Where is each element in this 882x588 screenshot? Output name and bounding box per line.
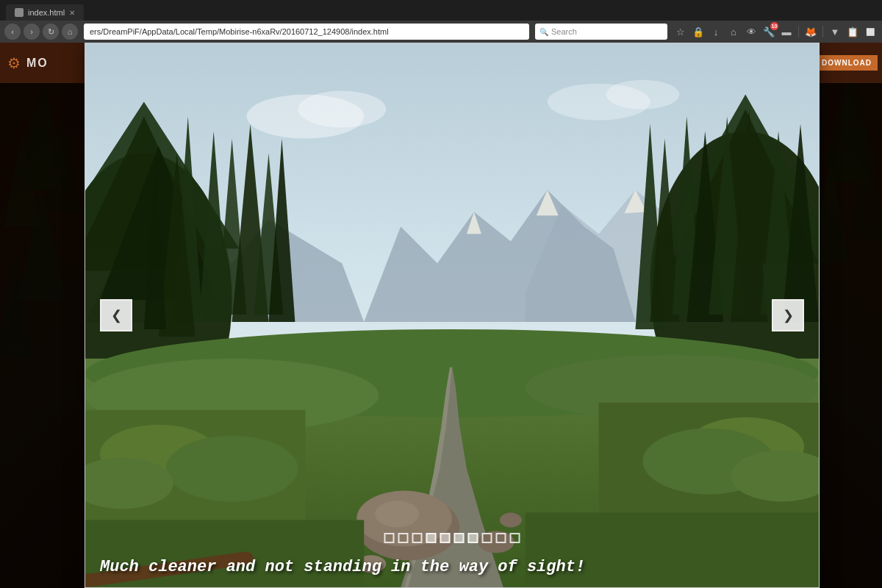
indicator-1[interactable] bbox=[398, 533, 409, 543]
left-side-panel: ⚙ MO bbox=[0, 43, 85, 588]
tab-title: index.html bbox=[28, 8, 65, 17]
back-button[interactable]: ‹ bbox=[4, 24, 21, 40]
search-placeholder: Search bbox=[551, 27, 577, 36]
bookmark-star-icon[interactable]: ☆ bbox=[673, 24, 688, 39]
download-btn-right[interactable]: DOWNLOAD bbox=[820, 55, 878, 71]
privacy-icon[interactable]: 👁 bbox=[744, 24, 759, 39]
svg-rect-0 bbox=[0, 43, 85, 588]
right-side-panel: DOWNLOAD bbox=[820, 43, 882, 588]
badge-count: 10 bbox=[770, 22, 778, 30]
address-bar[interactable]: ers/DreamPiF/AppData/Local/Temp/Mobirise… bbox=[84, 24, 529, 40]
browser-tabs: index.html ✕ bbox=[0, 0, 882, 21]
svg-point-69 bbox=[298, 91, 386, 128]
indicator-2[interactable] bbox=[412, 533, 423, 543]
download-icon[interactable]: ↓ bbox=[709, 24, 723, 39]
svg-rect-7 bbox=[0, 43, 85, 588]
windows-icon[interactable]: ▬ bbox=[779, 24, 794, 39]
tab-favicon bbox=[15, 8, 24, 17]
indicator-5[interactable] bbox=[454, 533, 465, 543]
svg-marker-3 bbox=[4, 131, 40, 226]
browser-content: ⚙ MO DOWNLOAD bbox=[0, 43, 882, 588]
right-header: DOWNLOAD bbox=[820, 43, 882, 83]
browser-chrome: index.html ✕ ‹ › ↻ ⌂ ers/DreamPiF/AppDat… bbox=[0, 0, 882, 43]
reload-button[interactable]: ↻ bbox=[43, 24, 59, 40]
indicator-4[interactable] bbox=[440, 533, 451, 543]
extra-icon[interactable]: ⬜ bbox=[863, 24, 878, 39]
indicator-7[interactable] bbox=[482, 533, 492, 543]
menu-icon[interactable]: 🦊 bbox=[803, 24, 818, 39]
overflow-icon[interactable]: ▼ bbox=[828, 24, 842, 39]
lock-icon[interactable]: 🔒 bbox=[691, 24, 706, 39]
app-logo-left: MO bbox=[26, 57, 49, 70]
slide-caption: Much cleaner and not standing in the way… bbox=[85, 558, 819, 576]
svg-point-64 bbox=[500, 512, 522, 527]
svg-rect-13 bbox=[820, 43, 882, 588]
svg-marker-11 bbox=[820, 153, 849, 263]
search-icon: 🔍 bbox=[539, 28, 548, 36]
svg-marker-12 bbox=[849, 131, 882, 241]
sidebar-toggle-icon[interactable]: 📋 bbox=[845, 24, 860, 39]
svg-marker-4 bbox=[44, 116, 81, 212]
forward-button[interactable]: › bbox=[24, 24, 40, 40]
right-panel-bg bbox=[820, 43, 882, 588]
toolbar-icons: ☆ 🔒 ↓ ⌂ 👁 🔧 10 ▬ 🦊 ▼ 📋 ⬜ bbox=[673, 24, 878, 39]
indicator-9[interactable] bbox=[510, 533, 520, 543]
left-header: ⚙ MO bbox=[0, 43, 85, 83]
svg-marker-2 bbox=[15, 79, 69, 175]
search-bar[interactable]: 🔍 Search bbox=[535, 24, 667, 40]
extensions-icon[interactable]: 🔧 10 bbox=[761, 24, 776, 39]
next-slide-button[interactable]: ❯ bbox=[772, 299, 804, 331]
browser-toolbar: ‹ › ↻ ⌂ ers/DreamPiF/AppData/Local/Temp/… bbox=[0, 21, 882, 43]
svg-marker-6 bbox=[0, 248, 33, 359]
slide-indicators bbox=[384, 533, 520, 543]
gear-icon-left: ⚙ bbox=[7, 54, 21, 72]
svg-point-61 bbox=[375, 501, 419, 527]
prev-slide-button[interactable]: ❮ bbox=[100, 299, 132, 331]
left-panel-bg bbox=[0, 43, 85, 588]
indicator-6[interactable] bbox=[468, 533, 478, 543]
indicator-8[interactable] bbox=[496, 533, 506, 543]
svg-rect-8 bbox=[820, 43, 882, 588]
caption-text: Much cleaner and not standing in the way… bbox=[100, 558, 585, 576]
home-icon[interactable]: ⌂ bbox=[726, 24, 741, 39]
slide-image bbox=[85, 43, 819, 587]
toolbar-divider-2 bbox=[822, 26, 823, 37]
svg-marker-5 bbox=[18, 190, 65, 300]
indicator-0[interactable] bbox=[384, 533, 395, 543]
webpage-window: ❮ ❯ Much cleaner and not sta bbox=[85, 43, 820, 588]
toolbar-divider bbox=[798, 26, 799, 37]
next-arrow-icon: ❯ bbox=[783, 307, 794, 323]
svg-marker-9 bbox=[831, 87, 870, 182]
active-tab[interactable]: index.html ✕ bbox=[6, 4, 84, 21]
indicator-3[interactable] bbox=[426, 533, 437, 543]
prev-arrow-icon: ❮ bbox=[111, 307, 122, 323]
svg-point-52 bbox=[166, 436, 298, 502]
home-button[interactable]: ⌂ bbox=[62, 24, 78, 40]
svg-marker-1 bbox=[22, 101, 62, 190]
address-text: ers/DreamPiF/AppData/Local/Temp/Mobirise… bbox=[90, 27, 389, 36]
tab-close-btn[interactable]: ✕ bbox=[69, 9, 75, 17]
slideshow: ❮ ❯ Much cleaner and not sta bbox=[85, 43, 819, 587]
svg-point-71 bbox=[606, 80, 680, 110]
